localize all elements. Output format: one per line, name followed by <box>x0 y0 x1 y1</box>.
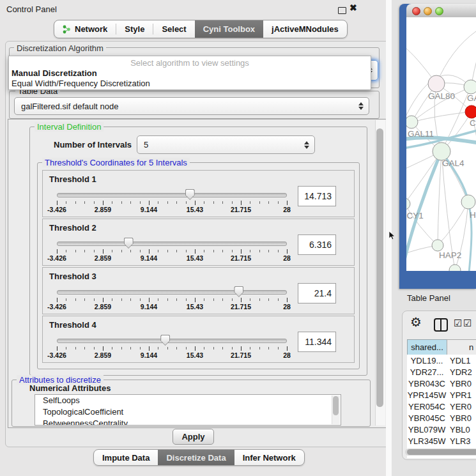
threshold-4-slider[interactable] <box>57 337 287 346</box>
node-label-ga: GA <box>467 93 476 103</box>
node-gal4[interactable] <box>433 142 450 160</box>
network-canvas[interactable]: GAL80 GA C GAL11 GAL4 GCY1 H HAP2 <box>406 17 476 271</box>
float-window-icon[interactable] <box>338 7 346 14</box>
threshold-2-slider[interactable] <box>57 240 287 249</box>
network-window-titlebar[interactable] <box>406 4 476 18</box>
checkbox-icon[interactable]: ☑ <box>454 318 462 329</box>
slider-ticks <box>57 249 287 254</box>
close-traffic-light-icon[interactable] <box>412 7 420 15</box>
table-row[interactable]: YDR27...YDR2 <box>407 366 476 378</box>
checkbox-icon[interactable]: ☑ <box>463 318 472 329</box>
stepper-icon <box>358 102 364 110</box>
table-row[interactable]: YPR145WYPR1 <box>407 389 476 401</box>
threshold-1-value-field[interactable]: 14.713 <box>298 186 336 206</box>
cell[interactable]: YBL0 <box>447 425 470 434</box>
threshold-3-slider[interactable] <box>57 288 287 297</box>
node-ga[interactable] <box>464 80 476 94</box>
slider-track <box>57 339 287 343</box>
tab-impute-data[interactable]: Impute Data <box>94 450 158 465</box>
column-header-shared[interactable]: shared... <box>407 339 447 355</box>
tick-label: 2.859 <box>95 206 111 213</box>
table-row[interactable]: YER054CYER0 <box>407 401 476 412</box>
node-red-selected[interactable] <box>465 105 476 118</box>
horizontal-scrollbar[interactable] <box>405 449 476 456</box>
tick-label: 21.715 <box>231 254 251 262</box>
apply-button[interactable]: Apply <box>173 429 214 445</box>
threshold-4-row: Threshold 4 -3.426 2.859 9.144 15.43 21.… <box>42 316 355 363</box>
table-row[interactable]: YLR345WYLR3 <box>407 435 476 447</box>
cell[interactable]: YBR0 <box>447 379 472 388</box>
table-row[interactable]: YBR043CYBR0 <box>407 378 476 389</box>
node-h[interactable] <box>461 195 475 209</box>
tick-label: 15.43 <box>187 351 203 359</box>
cell[interactable]: YDL19... <box>407 356 447 365</box>
tab-network[interactable]: Network <box>54 20 116 38</box>
cell[interactable]: YDR27... <box>407 367 447 377</box>
menu-item-equal-width-frequency[interactable]: Equal Width/Frequency Discretization <box>12 79 150 88</box>
horizontal-scrollbar-thumb[interactable] <box>407 449 476 455</box>
tab-jactivemnodules[interactable]: jActiveMNodules <box>263 20 347 38</box>
list-item[interactable]: TopologicalCoefficient <box>35 406 341 418</box>
tab-style[interactable]: Style <box>116 20 153 38</box>
cell[interactable]: YBR0 <box>447 413 472 423</box>
number-of-intervals-select[interactable]: 5 <box>137 135 315 154</box>
cell[interactable]: YBR043C <box>407 379 447 388</box>
tab-discretize-data[interactable]: Discretize Data <box>158 450 234 465</box>
tab-impute-data-label: Impute Data <box>102 453 150 463</box>
list-item[interactable]: BetweennessCentrality <box>35 418 341 426</box>
cell[interactable]: YPR145W <box>407 390 447 400</box>
cell[interactable]: YER0 <box>447 402 472 411</box>
table-row[interactable]: YBR045CYBR0 <box>407 412 476 424</box>
node-gal80[interactable] <box>428 75 445 92</box>
cell[interactable]: YLR345W <box>407 436 447 446</box>
split-columns-icon[interactable] <box>434 318 448 332</box>
table-row[interactable]: YBL079WYBL0 <box>407 424 476 435</box>
threshold-4-value-field[interactable]: 11.344 <box>298 332 336 352</box>
threshold-3-label: Threshold 3 <box>49 272 96 281</box>
cell[interactable]: YLR3 <box>447 436 471 446</box>
vertical-scrollbar-thumb[interactable] <box>376 128 383 407</box>
slider-thumb[interactable] <box>234 286 243 297</box>
list-scrollbar[interactable] <box>332 395 340 424</box>
tab-select[interactable]: Select <box>153 20 194 38</box>
threshold-2-value-field[interactable]: 6.316 <box>298 234 336 255</box>
node-gcy1[interactable] <box>406 198 410 210</box>
column-header-name[interactable]: n <box>447 339 476 355</box>
numerical-attributes-list[interactable]: SelfLoops TopologicalCoefficient Between… <box>35 394 341 426</box>
threshold-1-slider[interactable] <box>57 191 287 200</box>
cell[interactable]: YDR2 <box>447 367 472 377</box>
slider-ticks <box>57 201 287 206</box>
slider-thumb[interactable] <box>160 335 170 346</box>
threshold-3-value-field[interactable]: 21.4 <box>298 283 336 303</box>
list-scrollbar-thumb[interactable] <box>333 396 339 415</box>
zoom-traffic-light-icon[interactable] <box>435 7 443 15</box>
numerical-attributes-label: Numerical Attributes <box>29 383 111 393</box>
tab-infer-network[interactable]: Infer Network <box>234 450 304 465</box>
cell[interactable]: YER054C <box>407 402 447 411</box>
tab-style-label: Style <box>125 24 144 34</box>
tab-cyni-toolbox[interactable]: Cyni Toolbox <box>195 20 263 38</box>
cell[interactable]: YDL1 <box>447 356 471 365</box>
node-hap2[interactable] <box>432 240 443 251</box>
slider-thumb[interactable] <box>124 238 134 249</box>
cell[interactable]: YBR045C <box>407 413 447 423</box>
table-row[interactable]: YDL19...YDL1 <box>407 355 476 366</box>
menu-item-manual-discretization[interactable]: Manual Discretization <box>12 68 97 78</box>
cell[interactable]: YPR1 <box>447 390 472 400</box>
node-gal11[interactable] <box>406 116 418 128</box>
slider-thumb[interactable] <box>185 189 195 200</box>
list-item[interactable]: SelfLoops <box>35 395 341 406</box>
minimize-traffic-light-icon[interactable] <box>424 7 432 15</box>
slider-tick-labels: -3.426 2.859 9.144 15.43 21.715 28 <box>57 351 287 359</box>
cell[interactable]: YBL079W <box>407 425 447 434</box>
tick-label: 9.144 <box>141 351 157 359</box>
tick-label: 9.144 <box>141 303 157 311</box>
threshold-2-label: Threshold 2 <box>49 223 96 233</box>
tick-label: 2.859 <box>95 254 111 262</box>
table-data-select[interactable]: galFiltered.sif default node <box>14 97 369 115</box>
node-partial[interactable] <box>449 265 461 271</box>
gear-icon[interactable]: ⚙ <box>410 314 422 330</box>
tick-label: 2.859 <box>95 351 111 359</box>
close-icon[interactable]: ✖ <box>349 3 357 13</box>
node-label-c: C <box>470 118 476 128</box>
